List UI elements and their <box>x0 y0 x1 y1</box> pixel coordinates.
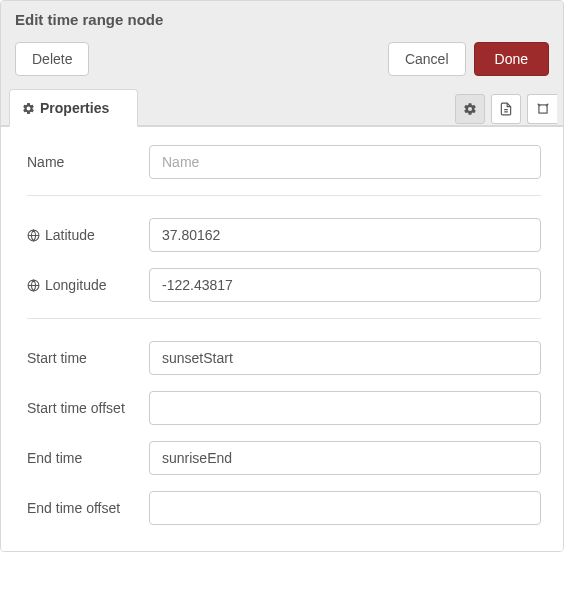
latitude-label: Latitude <box>45 227 95 243</box>
end-time-label: End time <box>27 450 149 466</box>
document-icon <box>499 102 513 116</box>
longitude-input[interactable] <box>149 268 541 302</box>
name-label: Name <box>27 154 149 170</box>
longitude-label: Longitude <box>45 277 107 293</box>
done-button[interactable]: Done <box>474 42 549 76</box>
svg-line-4 <box>545 104 547 106</box>
start-time-offset-label: Start time offset <box>27 400 149 416</box>
appearance-icon-button[interactable] <box>527 94 557 124</box>
tab-properties[interactable]: Properties <box>9 89 138 127</box>
form-row-name: Name <box>27 145 541 179</box>
form-row-end-time: End time <box>27 441 541 475</box>
form-row-start-time-offset: Start time offset <box>27 391 541 425</box>
form-row-start-time: Start time <box>27 341 541 375</box>
delete-button[interactable]: Delete <box>15 42 89 76</box>
divider <box>27 195 541 196</box>
edit-dialog: Edit time range node Delete Cancel Done … <box>0 0 564 552</box>
form-row-latitude: Latitude <box>27 218 541 252</box>
latitude-input[interactable] <box>149 218 541 252</box>
start-time-input[interactable] <box>149 341 541 375</box>
properties-icon-button[interactable] <box>455 94 485 124</box>
svg-rect-2 <box>538 105 546 113</box>
end-time-offset-input[interactable] <box>149 491 541 525</box>
tab-strip: Properties <box>1 88 563 127</box>
form-body: Name Latitude Longitude St <box>1 127 563 551</box>
end-time-offset-label: End time offset <box>27 500 149 516</box>
form-row-end-time-offset: End time offset <box>27 491 541 525</box>
frame-icon <box>536 102 550 116</box>
form-row-longitude: Longitude <box>27 268 541 302</box>
gear-icon <box>463 102 477 116</box>
start-time-label: Start time <box>27 350 149 366</box>
info-icon-button[interactable] <box>491 94 521 124</box>
gear-icon <box>22 102 35 115</box>
dialog-header: Edit time range node Delete Cancel Done <box>1 1 563 88</box>
divider <box>27 318 541 319</box>
tab-properties-label: Properties <box>40 100 109 116</box>
globe-icon <box>27 279 40 292</box>
button-row: Delete Cancel Done <box>15 42 549 76</box>
start-time-offset-input[interactable] <box>149 391 541 425</box>
cancel-button[interactable]: Cancel <box>388 42 466 76</box>
dialog-title: Edit time range node <box>15 11 549 28</box>
svg-line-3 <box>537 104 539 106</box>
end-time-input[interactable] <box>149 441 541 475</box>
globe-icon <box>27 229 40 242</box>
name-input[interactable] <box>149 145 541 179</box>
